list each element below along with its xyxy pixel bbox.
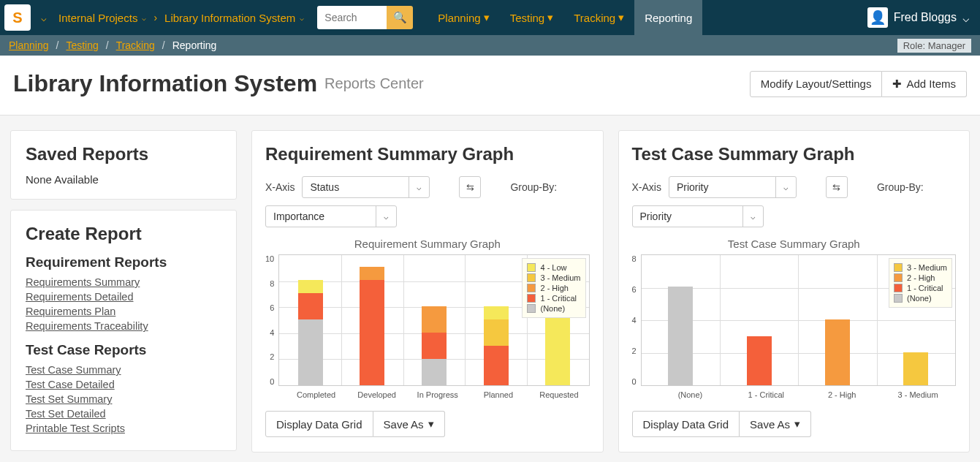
nav-tab-reporting[interactable]: Reporting: [634, 0, 702, 35]
top-nav: S ⌵ Internal Projects ⌵ › Library Inform…: [0, 0, 980, 35]
nav-tab-testing[interactable]: Testing▾: [500, 0, 564, 35]
breadcrumb-bar: Planning / Testing / Tracking / Reportin…: [0, 35, 980, 56]
y-tick: 4: [632, 316, 637, 325]
report-link[interactable]: Printable Test Scripts: [26, 423, 221, 434]
legend-label: 1 - Critical: [540, 294, 577, 303]
bar-segment: [422, 333, 447, 359]
x-tick: Planned: [468, 386, 528, 399]
page-header: Library Information System Reports Cente…: [0, 56, 980, 116]
report-link[interactable]: Test Set Summary: [26, 393, 221, 405]
tc-reports-heading: Test Case Reports: [26, 342, 221, 358]
requirement-summary-chart: Requirement Summary Graph10864204 - Low3…: [265, 238, 590, 399]
bar-segment: [422, 359, 447, 385]
swap-axes-button[interactable]: ⇆: [826, 176, 848, 198]
bar-segment: [298, 319, 323, 385]
save-as-button[interactable]: Save As▾: [740, 411, 811, 437]
project-dropdown[interactable]: Library Information System ⌵: [159, 0, 310, 35]
xaxis-label: X-Axis: [265, 181, 295, 193]
bar-segment: [545, 306, 570, 385]
nav-tab-planning[interactable]: Planning▾: [428, 0, 499, 35]
req-reports-heading: Requirement Reports: [26, 254, 221, 270]
report-link[interactable]: Test Set Detailed: [26, 408, 221, 420]
swap-axes-button[interactable]: ⇆: [459, 176, 481, 198]
display-data-grid-button[interactable]: Display Data Grid: [265, 411, 373, 437]
bar-segment: [825, 319, 850, 385]
legend-label: (None): [540, 304, 565, 313]
save-as-button[interactable]: Save As▾: [373, 411, 445, 437]
create-report-heading: Create Report: [26, 224, 221, 244]
requirement-summary-panel: Requirement Summary Graph X-Axis Status⌵…: [251, 130, 604, 452]
y-axis: 86420: [632, 254, 641, 386]
chevron-down-icon: ⌵: [962, 11, 970, 25]
create-report-panel: Create Report Requirement Reports Requir…: [10, 210, 237, 451]
x-tick: 3 - Medium: [880, 386, 956, 399]
user-menu[interactable]: 👤 Fred Bloggs ⌵: [857, 7, 980, 28]
bar-segment: [484, 306, 509, 319]
groupby-select[interactable]: Importance⌵: [265, 205, 397, 227]
nav-tab-tracking[interactable]: Tracking▾: [563, 0, 634, 35]
report-link[interactable]: Requirements Traceability: [26, 320, 221, 332]
legend-swatch: [527, 263, 536, 272]
legend-swatch: [894, 294, 903, 303]
chevron-down-icon: ⌵: [142, 14, 146, 22]
caret-down-icon: ▾: [794, 417, 800, 431]
swap-icon: ⇆: [832, 182, 840, 193]
x-tick: Completed: [286, 386, 346, 399]
legend-label: 2 - High: [540, 284, 569, 292]
caret-down-icon: ▾: [484, 11, 490, 24]
add-items-button[interactable]: ✚Add Items: [882, 71, 967, 97]
bar-segment: [484, 319, 509, 346]
sidebar: Saved Reports None Available Create Repo…: [10, 130, 237, 451]
nav-tabs: Planning▾ Testing▾ Tracking▾ Reporting: [428, 0, 702, 35]
legend-swatch: [527, 294, 536, 303]
xaxis-select[interactable]: Status⌵: [302, 176, 430, 198]
legend-label: 1 - Critical: [907, 284, 943, 292]
panel-title: Requirement Summary Graph: [265, 144, 590, 164]
xaxis-select[interactable]: Priority⌵: [669, 176, 797, 198]
report-link[interactable]: Requirements Detailed: [26, 291, 221, 303]
report-link[interactable]: Requirements Summary: [26, 276, 221, 288]
search-button[interactable]: 🔍: [387, 6, 413, 29]
display-data-grid-button[interactable]: Display Data Grid: [632, 411, 740, 437]
page-body: Saved Reports None Available Create Repo…: [0, 116, 980, 462]
chart-legend: 4 - Low3 - Medium2 - High1 - Critical(No…: [522, 258, 585, 318]
y-tick: 2: [270, 352, 274, 361]
bar-segment: [668, 287, 693, 385]
groupby-select[interactable]: Priority⌵: [632, 205, 764, 227]
x-tick: Developed: [346, 386, 407, 399]
legend-label: 2 - High: [907, 273, 935, 282]
caret-down-icon: ▾: [428, 417, 434, 431]
legend-label: (None): [907, 294, 932, 303]
workspace-chevron[interactable]: ⌵: [35, 12, 53, 23]
modify-layout-button[interactable]: Modify Layout/Settings: [750, 71, 883, 97]
saved-reports-none: None Available: [26, 173, 221, 186]
bar-segment: [298, 280, 323, 293]
swap-icon: ⇆: [466, 182, 474, 193]
chevron-down-icon: ⌵: [376, 206, 396, 227]
y-tick: 2: [632, 346, 637, 355]
page-subtitle: Reports Center: [324, 75, 424, 92]
chevron-down-icon: ⌵: [300, 14, 304, 22]
x-tick: 1 - Critical: [728, 386, 804, 399]
search-box: 🔍: [317, 6, 413, 29]
workspace-dropdown[interactable]: Internal Projects ⌵: [53, 0, 152, 35]
crumb-testing[interactable]: Testing: [66, 39, 98, 51]
crumb-tracking[interactable]: Tracking: [116, 39, 155, 51]
search-input[interactable]: [317, 6, 387, 29]
x-tick: 2 - High: [804, 386, 880, 399]
caret-down-icon: ▾: [547, 11, 553, 24]
crumb-planning[interactable]: Planning: [9, 39, 49, 51]
legend-swatch: [894, 273, 903, 282]
y-tick: 0: [632, 377, 637, 386]
chart-grid: 4 - Low3 - Medium2 - High1 - Critical(No…: [278, 254, 589, 386]
report-link[interactable]: Test Case Summary: [26, 364, 221, 376]
bar-segment: [360, 280, 384, 385]
report-link[interactable]: Requirements Plan: [26, 306, 221, 317]
search-icon: 🔍: [393, 11, 407, 23]
y-axis: 1086420: [265, 254, 278, 386]
app-logo[interactable]: S: [4, 4, 31, 31]
saved-reports-panel: Saved Reports None Available: [10, 130, 237, 200]
report-link[interactable]: Test Case Detailed: [26, 379, 221, 390]
crumb-reporting: Reporting: [172, 39, 217, 51]
page-title: Library Information System: [13, 70, 317, 97]
